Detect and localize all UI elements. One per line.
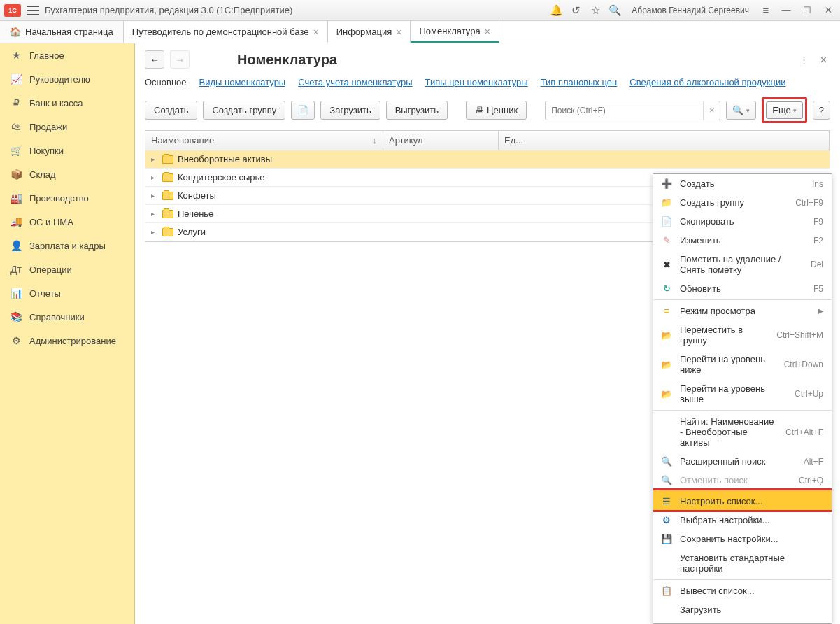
tree-toggle-icon[interactable]: ▸ (151, 173, 158, 181)
dropdown-item-icon: ✎ (660, 235, 673, 246)
subnav: Основное Виды номенклатурыСчета учета но… (145, 74, 830, 94)
sidebar-item[interactable]: 🚚ОС и НМА (0, 210, 134, 234)
sidebar-item[interactable]: ДтОперации (0, 257, 134, 281)
dropdown-item[interactable]: 📄СкопироватьF9 (653, 212, 832, 231)
tab-close-icon[interactable]: × (396, 27, 401, 38)
sidebar-item[interactable]: 📈Руководителю (0, 67, 134, 91)
sidebar-item[interactable]: 📊Отчеты (0, 281, 134, 305)
create-button[interactable]: Создать (145, 101, 197, 120)
bell-icon[interactable]: 🔔 (549, 3, 563, 17)
tab[interactable]: Путеводитель по демонстрационной базе× (124, 21, 328, 43)
load-button[interactable]: Загрузить (320, 101, 380, 120)
dropdown-item[interactable]: ✖Пометить на удаление / Снять пометкуDel (653, 250, 832, 279)
logo-1c: 1C (4, 4, 21, 17)
settings-icon[interactable]: ≡ (759, 3, 773, 17)
sidebar-item[interactable]: 🏭Производство (0, 186, 134, 210)
dropdown-item[interactable]: ✎ИзменитьF2 (653, 231, 832, 250)
dropdown-item-label: Вывести список... (680, 586, 823, 596)
column-header-unit[interactable]: Ед... (499, 131, 830, 150)
copy-button[interactable]: 📄 (291, 101, 315, 120)
dropdown-item[interactable]: 💾Сохранить настройки... (653, 530, 832, 548)
dropdown-item[interactable]: 📂Переместить в группуCtrl+Shift+M (653, 320, 832, 350)
search-options-button[interactable]: 🔍▾ (726, 101, 756, 120)
history-icon[interactable]: ↺ (569, 3, 583, 17)
more-button[interactable]: Еще▾ (766, 101, 802, 119)
search-clear-icon[interactable]: × (703, 101, 720, 120)
sidebar-item[interactable]: ⚙Администрирование (0, 329, 134, 353)
help-button[interactable]: ? (813, 101, 830, 120)
user-name[interactable]: Абрамов Геннадий Сергеевич (627, 6, 753, 15)
nav-back-button[interactable]: ← (145, 50, 164, 69)
dropdown-item[interactable]: 📋Вывести список... (653, 579, 832, 600)
dropdown-item[interactable]: ≡Режим просмотра▶ (653, 299, 832, 320)
sidebar-item-label: ОС и НМА (29, 217, 73, 227)
sidebar-item-label: Операции (29, 264, 72, 275)
folder-icon (162, 210, 173, 218)
subnav-link[interactable]: Типы цен номенклатуры (425, 77, 528, 87)
dropdown-item[interactable]: Выгрузить (653, 619, 832, 624)
close-button[interactable]: ✕ (820, 3, 836, 18)
minimize-button[interactable]: — (778, 3, 794, 18)
column-header-article[interactable]: Артикул (383, 131, 499, 150)
subnav-link[interactable]: Виды номенклатуры (199, 77, 286, 87)
sidebar-item-icon: ⚙ (10, 335, 22, 346)
dropdown-item[interactable]: ☰Настроить список... (653, 490, 832, 511)
tab-home-label: Начальная страница (25, 27, 113, 37)
page-title: Номенклатура (237, 52, 337, 68)
dropdown-item[interactable]: Загрузить (653, 600, 832, 619)
subnav-link[interactable]: Сведения об алкогольной продукции (629, 77, 785, 87)
subnav-link[interactable]: Тип плановых цен (541, 77, 618, 87)
sidebar-item[interactable]: ★Главное (0, 43, 134, 67)
dropdown-shortcut: Ctrl+F9 (795, 198, 823, 208)
search-box[interactable]: × (545, 101, 720, 120)
subnav-active[interactable]: Основное (145, 77, 187, 87)
sidebar-item[interactable]: ₽Банк и касса (0, 91, 134, 115)
dropdown-item[interactable]: ➕СоздатьIns (653, 174, 832, 193)
tree-toggle-icon[interactable]: ▸ (151, 155, 158, 163)
dropdown-item-icon: 🔍 (660, 475, 673, 485)
price-tag-button[interactable]: 🖶Ценник (466, 101, 527, 120)
unload-button[interactable]: Выгрузить (386, 101, 448, 120)
page-menu-icon[interactable]: ⋮ (797, 52, 811, 66)
tab-close-icon[interactable]: × (485, 26, 490, 37)
dropdown-item[interactable]: 🔍Расширенный поискAlt+F (653, 452, 832, 471)
dropdown-shortcut: Ctrl+Q (799, 476, 823, 485)
dropdown-item[interactable]: 📂Перейти на уровень вышеCtrl+Up (653, 379, 832, 409)
create-group-button[interactable]: Создать группу (203, 101, 285, 120)
dropdown-item-icon: 📂 (660, 360, 673, 370)
sidebar-item[interactable]: 📦Склад (0, 162, 134, 186)
dropdown-item-icon: 📋 (660, 586, 673, 596)
tab[interactable]: Номенклатура× (411, 21, 499, 43)
sidebar-item[interactable]: 🛍Продажи (0, 115, 134, 139)
page-close-icon[interactable]: ✕ (816, 52, 830, 66)
dropdown-item[interactable]: ⚙Выбрать настройки... (653, 511, 832, 530)
nav-forward-button[interactable]: → (170, 50, 190, 69)
dropdown-item[interactable]: 📂Перейти на уровень нижеCtrl+Down (653, 350, 832, 379)
dropdown-item[interactable]: ↻ОбновитьF5 (653, 279, 832, 298)
sidebar-item[interactable]: 👤Зарплата и кадры (0, 234, 134, 257)
tree-toggle-icon[interactable]: ▸ (151, 192, 158, 199)
star-icon[interactable]: ☆ (588, 3, 602, 17)
sidebar-item[interactable]: 🛒Покупки (0, 139, 134, 162)
dropdown-item-icon: ⚙ (660, 515, 673, 525)
dropdown-item[interactable]: 📁Создать группуCtrl+F9 (653, 193, 832, 212)
dropdown-item[interactable]: Найти: Наименование - Внеоборотные актив… (653, 410, 832, 452)
tree-toggle-icon[interactable]: ▸ (151, 210, 158, 218)
maximize-button[interactable]: ☐ (799, 3, 815, 18)
search-input[interactable] (546, 106, 703, 115)
sidebar-item-label: Справочники (29, 312, 85, 322)
subnav-link[interactable]: Счета учета номенклатуры (298, 77, 412, 87)
tree-toggle-icon[interactable]: ▸ (151, 228, 158, 236)
sidebar-item-icon: 🏭 (10, 192, 22, 204)
menu-icon[interactable] (27, 6, 39, 15)
search-icon[interactable]: 🔍 (608, 3, 622, 17)
tab-close-icon[interactable]: × (313, 27, 318, 38)
table-row[interactable]: ▸Внеоборотные активы (145, 150, 830, 169)
tab[interactable]: Информация× (328, 21, 411, 43)
column-header-name[interactable]: Наименование (145, 131, 383, 150)
dropdown-item[interactable]: Установить стандартные настройки (653, 548, 832, 578)
sidebar-item[interactable]: 📚Справочники (0, 305, 134, 329)
dropdown-item-icon: 📂 (660, 330, 673, 341)
tab-home[interactable]: 🏠 Начальная страница (0, 21, 124, 43)
sidebar-item-icon: 📚 (10, 311, 22, 322)
